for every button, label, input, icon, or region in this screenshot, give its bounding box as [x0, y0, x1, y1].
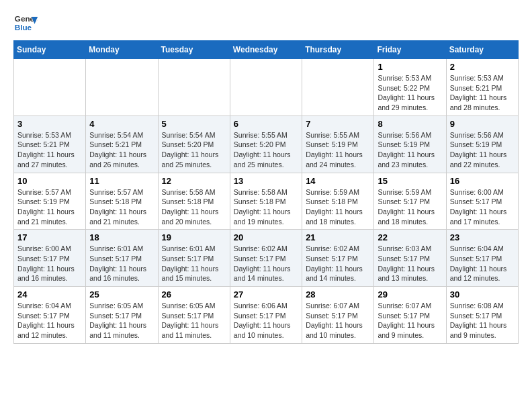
day-info: Sunrise: 6:02 AM Sunset: 5:17 PM Dayligh…	[306, 244, 370, 283]
day-info: Sunrise: 6:08 AM Sunset: 5:17 PM Dayligh…	[450, 301, 515, 340]
calendar-cell: 29Sunrise: 6:07 AM Sunset: 5:17 PM Dayli…	[374, 287, 446, 344]
day-number: 8	[378, 119, 442, 129]
day-info: Sunrise: 5:56 AM Sunset: 5:19 PM Dayligh…	[378, 130, 442, 170]
day-number: 1	[378, 62, 442, 72]
weekday-header-thursday: Thursday	[302, 41, 374, 59]
calendar-cell	[302, 59, 374, 116]
day-info: Sunrise: 5:56 AM Sunset: 5:19 PM Dayligh…	[450, 130, 515, 170]
day-info: Sunrise: 5:55 AM Sunset: 5:20 PM Dayligh…	[234, 130, 298, 170]
day-info: Sunrise: 5:59 AM Sunset: 5:17 PM Dayligh…	[378, 187, 442, 227]
day-info: Sunrise: 6:05 AM Sunset: 5:17 PM Dayligh…	[162, 301, 226, 340]
calendar-cell: 20Sunrise: 6:02 AM Sunset: 5:17 PM Dayli…	[230, 230, 302, 287]
day-number: 10	[17, 176, 82, 186]
day-info: Sunrise: 5:55 AM Sunset: 5:19 PM Dayligh…	[306, 130, 370, 170]
calendar-cell: 5Sunrise: 5:54 AM Sunset: 5:20 PM Daylig…	[158, 116, 230, 173]
calendar-cell: 28Sunrise: 6:07 AM Sunset: 5:17 PM Dayli…	[302, 287, 374, 344]
day-number: 29	[378, 289, 442, 300]
week-row-5: 24Sunrise: 6:04 AM Sunset: 5:17 PM Dayli…	[14, 287, 519, 344]
day-info: Sunrise: 6:05 AM Sunset: 5:17 PM Dayligh…	[89, 301, 154, 340]
logo-icon: General Blue	[13, 11, 38, 35]
day-number: 13	[234, 176, 298, 186]
calendar-cell	[14, 59, 86, 116]
day-number: 20	[234, 232, 298, 242]
calendar-cell: 8Sunrise: 5:56 AM Sunset: 5:19 PM Daylig…	[374, 116, 446, 173]
calendar-cell: 21Sunrise: 6:02 AM Sunset: 5:17 PM Dayli…	[302, 230, 374, 287]
day-info: Sunrise: 6:07 AM Sunset: 5:17 PM Dayligh…	[378, 301, 442, 340]
calendar-cell: 14Sunrise: 5:59 AM Sunset: 5:18 PM Dayli…	[302, 173, 374, 230]
day-number: 24	[17, 289, 82, 300]
weekday-header-sunday: Sunday	[14, 41, 86, 59]
calendar-cell: 3Sunrise: 5:53 AM Sunset: 5:21 PM Daylig…	[14, 116, 86, 173]
day-number: 23	[450, 232, 515, 242]
day-info: Sunrise: 6:02 AM Sunset: 5:17 PM Dayligh…	[234, 244, 298, 283]
week-row-1: 1Sunrise: 5:53 AM Sunset: 5:22 PM Daylig…	[14, 59, 519, 116]
day-info: Sunrise: 5:57 AM Sunset: 5:18 PM Dayligh…	[89, 187, 154, 227]
day-number: 17	[17, 232, 82, 242]
day-number: 12	[162, 176, 226, 186]
calendar-cell	[86, 59, 158, 116]
calendar-cell: 26Sunrise: 6:05 AM Sunset: 5:17 PM Dayli…	[158, 287, 230, 344]
calendar-cell: 2Sunrise: 5:53 AM Sunset: 5:21 PM Daylig…	[446, 59, 518, 116]
day-info: Sunrise: 5:58 AM Sunset: 5:18 PM Dayligh…	[234, 187, 298, 227]
svg-text:Blue: Blue	[15, 23, 32, 32]
calendar-cell: 6Sunrise: 5:55 AM Sunset: 5:20 PM Daylig…	[230, 116, 302, 173]
day-info: Sunrise: 5:57 AM Sunset: 5:19 PM Dayligh…	[17, 187, 82, 227]
day-number: 28	[306, 289, 370, 300]
week-row-4: 17Sunrise: 6:00 AM Sunset: 5:17 PM Dayli…	[14, 230, 519, 287]
day-number: 19	[162, 232, 226, 242]
weekday-header-tuesday: Tuesday	[158, 41, 230, 59]
day-info: Sunrise: 5:58 AM Sunset: 5:18 PM Dayligh…	[162, 187, 226, 227]
weekday-header-row: SundayMondayTuesdayWednesdayThursdayFrid…	[14, 41, 519, 59]
day-info: Sunrise: 5:54 AM Sunset: 5:21 PM Dayligh…	[89, 130, 154, 170]
day-info: Sunrise: 6:01 AM Sunset: 5:17 PM Dayligh…	[162, 244, 226, 283]
calendar-cell: 27Sunrise: 6:06 AM Sunset: 5:17 PM Dayli…	[230, 287, 302, 344]
day-number: 7	[306, 119, 370, 129]
day-number: 30	[450, 289, 515, 300]
day-number: 6	[234, 119, 298, 129]
calendar-cell: 7Sunrise: 5:55 AM Sunset: 5:19 PM Daylig…	[302, 116, 374, 173]
calendar-cell: 10Sunrise: 5:57 AM Sunset: 5:19 PM Dayli…	[14, 173, 86, 230]
day-info: Sunrise: 6:07 AM Sunset: 5:17 PM Dayligh…	[306, 301, 370, 340]
page-header: General Blue	[13, 11, 519, 35]
day-number: 27	[234, 289, 298, 300]
day-info: Sunrise: 6:00 AM Sunset: 5:17 PM Dayligh…	[17, 244, 82, 283]
day-info: Sunrise: 5:54 AM Sunset: 5:20 PM Dayligh…	[162, 130, 226, 170]
day-number: 22	[378, 232, 442, 242]
calendar-cell: 24Sunrise: 6:04 AM Sunset: 5:17 PM Dayli…	[14, 287, 86, 344]
calendar-cell: 18Sunrise: 6:01 AM Sunset: 5:17 PM Dayli…	[86, 230, 158, 287]
day-info: Sunrise: 6:04 AM Sunset: 5:17 PM Dayligh…	[450, 244, 515, 283]
day-number: 18	[89, 232, 154, 242]
day-info: Sunrise: 5:53 AM Sunset: 5:22 PM Dayligh…	[378, 73, 442, 113]
day-info: Sunrise: 5:59 AM Sunset: 5:18 PM Dayligh…	[306, 187, 370, 227]
day-number: 21	[306, 232, 370, 242]
weekday-header-wednesday: Wednesday	[230, 41, 302, 59]
day-number: 16	[450, 176, 515, 186]
calendar-cell: 13Sunrise: 5:58 AM Sunset: 5:18 PM Dayli…	[230, 173, 302, 230]
calendar-cell: 9Sunrise: 5:56 AM Sunset: 5:19 PM Daylig…	[446, 116, 518, 173]
weekday-header-saturday: Saturday	[446, 41, 518, 59]
day-number: 26	[162, 289, 226, 300]
calendar-cell: 25Sunrise: 6:05 AM Sunset: 5:17 PM Dayli…	[86, 287, 158, 344]
calendar-cell: 1Sunrise: 5:53 AM Sunset: 5:22 PM Daylig…	[374, 59, 446, 116]
calendar-cell: 17Sunrise: 6:00 AM Sunset: 5:17 PM Dayli…	[14, 230, 86, 287]
day-number: 4	[89, 119, 154, 129]
day-info: Sunrise: 6:06 AM Sunset: 5:17 PM Dayligh…	[234, 301, 298, 340]
day-info: Sunrise: 6:01 AM Sunset: 5:17 PM Dayligh…	[89, 244, 154, 283]
calendar-cell: 30Sunrise: 6:08 AM Sunset: 5:17 PM Dayli…	[446, 287, 518, 344]
weekday-header-friday: Friday	[374, 41, 446, 59]
day-number: 15	[378, 176, 442, 186]
day-info: Sunrise: 6:03 AM Sunset: 5:17 PM Dayligh…	[378, 244, 442, 283]
calendar-cell: 16Sunrise: 6:00 AM Sunset: 5:17 PM Dayli…	[446, 173, 518, 230]
day-number: 5	[162, 119, 226, 129]
calendar-cell: 11Sunrise: 5:57 AM Sunset: 5:18 PM Dayli…	[86, 173, 158, 230]
day-number: 11	[89, 176, 154, 186]
calendar-cell: 15Sunrise: 5:59 AM Sunset: 5:17 PM Dayli…	[374, 173, 446, 230]
calendar-cell: 12Sunrise: 5:58 AM Sunset: 5:18 PM Dayli…	[158, 173, 230, 230]
logo: General Blue	[13, 11, 38, 35]
day-info: Sunrise: 5:53 AM Sunset: 5:21 PM Dayligh…	[450, 73, 515, 113]
day-info: Sunrise: 5:53 AM Sunset: 5:21 PM Dayligh…	[17, 130, 82, 170]
day-info: Sunrise: 6:00 AM Sunset: 5:17 PM Dayligh…	[450, 187, 515, 227]
weekday-header-monday: Monday	[86, 41, 158, 59]
day-number: 14	[306, 176, 370, 186]
day-number: 3	[17, 119, 82, 129]
